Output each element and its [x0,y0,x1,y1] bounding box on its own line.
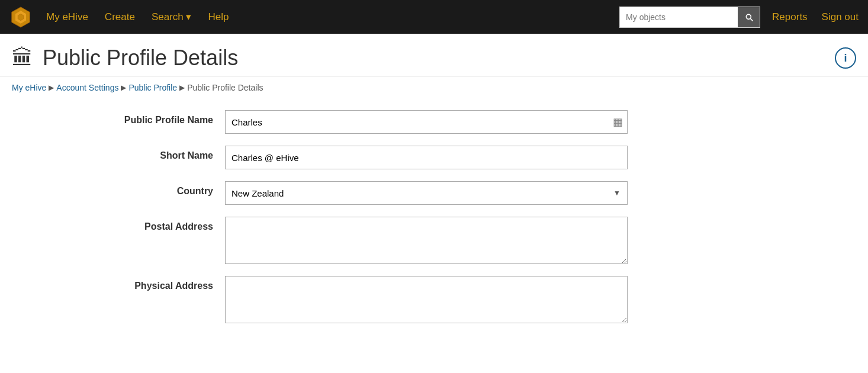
logo[interactable] [9,6,32,28]
field-country: New Zealand Australia United Kingdom Uni… [225,181,628,205]
field-short-name [225,146,628,169]
navbar-links: My eHive Create Search ▾ Help [46,11,619,23]
breadcrumb-sep-3: ▶ [179,83,185,92]
page-title: Public Profile Details [43,46,238,70]
form-row-public-profile-name: Public Profile Name ▦ [24,110,628,134]
field-physical-address [225,276,628,323]
breadcrumb-current: Public Profile Details [187,83,263,92]
breadcrumb-sep-2: ▶ [121,83,126,92]
nav-search[interactable]: Search ▾ [152,11,192,23]
label-country: Country [24,181,225,197]
form-container: Public Profile Name ▦ Short Name Country… [0,104,651,347]
page-header: 🏛 Public Profile Details i [0,34,868,77]
breadcrumb-my-ehive[interactable]: My eHive [12,83,46,92]
input-wrapper-name: ▦ [225,110,628,134]
breadcrumb: My eHive ▶ Account Settings ▶ Public Pro… [0,77,868,104]
nav-help[interactable]: Help [208,11,229,23]
label-postal-address: Postal Address [24,217,225,232]
country-select[interactable]: New Zealand Australia United Kingdom Uni… [225,181,628,205]
info-button[interactable]: i [835,47,856,69]
label-physical-address: Physical Address [24,276,225,291]
label-public-profile-name: Public Profile Name [24,110,225,126]
field-public-profile-name: ▦ [225,110,628,134]
nav-reports[interactable]: Reports [772,11,808,23]
nav-my-ehive[interactable]: My eHive [46,11,88,23]
form-row-short-name: Short Name [24,146,628,169]
navbar-right: Reports Sign out [772,11,859,23]
search-icon [744,12,754,22]
breadcrumb-sep-1: ▶ [49,83,54,92]
postal-address-input[interactable] [225,217,628,264]
search-button[interactable] [738,7,760,28]
nav-sign-out[interactable]: Sign out [822,11,859,23]
short-name-input[interactable] [225,146,628,169]
form-row-postal-address: Postal Address [24,217,628,264]
form-row-country: Country New Zealand Australia United Kin… [24,181,628,205]
physical-address-input[interactable] [225,276,628,323]
breadcrumb-account-settings[interactable]: Account Settings [56,83,118,92]
field-postal-address [225,217,628,264]
breadcrumb-public-profile[interactable]: Public Profile [128,83,177,92]
label-short-name: Short Name [24,146,225,161]
nav-create[interactable]: Create [105,11,135,23]
search-area [619,7,760,28]
select-wrapper-country: New Zealand Australia United Kingdom Uni… [225,181,628,205]
logo-icon [9,6,32,28]
page-icon: 🏛 [12,46,33,70]
form-row-physical-address: Physical Address [24,276,628,323]
public-profile-name-input[interactable] [225,110,628,134]
search-input[interactable] [619,7,738,28]
navbar: My eHive Create Search ▾ Help Reports Si… [0,0,868,34]
